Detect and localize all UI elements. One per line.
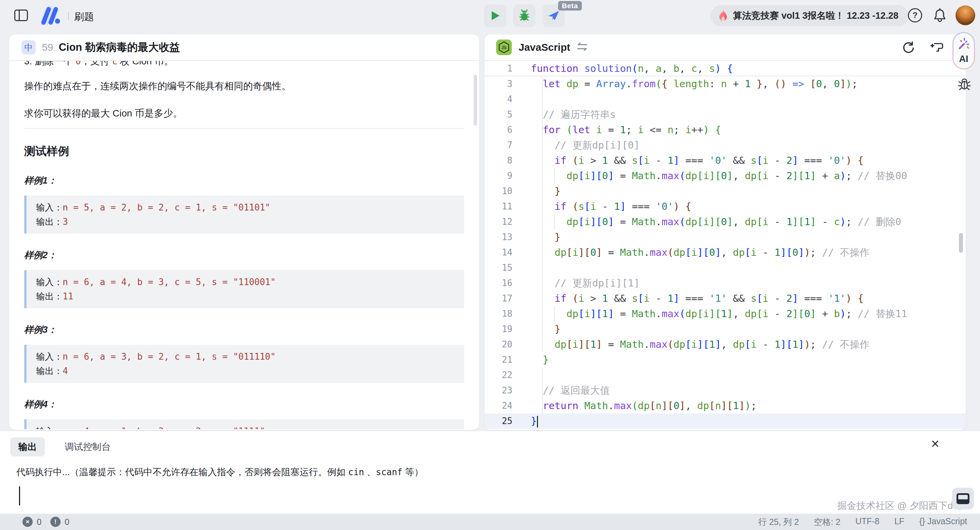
code-line[interactable]: 7 // 更新dp[i][0] bbox=[485, 137, 966, 153]
line-number[interactable]: 9 bbox=[485, 168, 522, 184]
line-number[interactable]: 14 bbox=[485, 245, 522, 260]
code-line[interactable]: 1function solution(n, a, b, c, s) { bbox=[485, 61, 966, 76]
code-line[interactable]: 16 // 更新dp[i][1] bbox=[485, 276, 966, 291]
code-text[interactable] bbox=[522, 367, 966, 383]
code-text[interactable]: } bbox=[522, 352, 966, 367]
code-text[interactable]: if (i > 1 && s[i - 1] === '0' && s[i - 2… bbox=[522, 153, 966, 168]
reset-code-button[interactable] bbox=[902, 40, 915, 54]
problems-summary[interactable]: × 0 ! 0 bbox=[22, 517, 74, 527]
virtual-keyboard-button[interactable] bbox=[952, 488, 974, 509]
tab-debug-console[interactable]: 调试控制台 bbox=[56, 437, 119, 457]
code-text[interactable]: } bbox=[522, 184, 966, 199]
app-logo[interactable] bbox=[40, 6, 62, 25]
code-line[interactable]: 24 return Math.max(dp[n][0], dp[n][1]); bbox=[485, 398, 966, 413]
line-number[interactable]: 1 bbox=[485, 61, 522, 76]
code-text[interactable]: dp[i][0] = Math.max(dp[i][0], dp[i - 2][… bbox=[522, 168, 966, 184]
code-text[interactable]: dp[i][0] = Math.max(dp[i][0], dp[i - 1][… bbox=[522, 245, 966, 260]
code-line[interactable]: 21 } bbox=[485, 352, 966, 367]
code-line[interactable]: 15 bbox=[485, 260, 966, 276]
code-line[interactable]: 3 let dp = Array.from({ length: n + 1 },… bbox=[485, 76, 966, 92]
code-line[interactable]: 20 dp[i][1] = Math.max(dp[i][1], dp[i - … bbox=[485, 337, 966, 352]
ai-assistant-button[interactable]: AI bbox=[953, 32, 975, 69]
code-text[interactable]: dp[i][1] = Math.max(dp[i][1], dp[i - 2][… bbox=[522, 306, 966, 322]
code-text[interactable]: } bbox=[522, 413, 966, 429]
line-number[interactable]: 6 bbox=[485, 122, 522, 137]
code-text[interactable]: // 更新dp[i][0] bbox=[522, 137, 966, 153]
code-line[interactable]: 14 dp[i][0] = Math.max(dp[i][0], dp[i - … bbox=[485, 245, 966, 260]
debug-rail-button[interactable] bbox=[957, 77, 972, 93]
code-line[interactable]: 19 } bbox=[485, 322, 966, 337]
code-text[interactable]: } bbox=[522, 230, 966, 245]
line-number[interactable]: 18 bbox=[485, 306, 522, 322]
language-mode[interactable]: {} JavaScript bbox=[920, 516, 967, 528]
problem-content[interactable]: 3. 删除一个 0，支付 c 枚 Cion 币。 操作的难点在于，连续两次操作的… bbox=[9, 61, 479, 429]
line-number[interactable]: 19 bbox=[485, 322, 522, 337]
line-number[interactable]: 23 bbox=[485, 383, 522, 398]
code-line[interactable]: 12 dp[i][0] = Math.max(dp[i][0], dp[i - … bbox=[485, 214, 966, 230]
line-number[interactable]: 12 bbox=[485, 214, 522, 230]
notifications-button[interactable] bbox=[933, 8, 947, 24]
cursor-position[interactable]: 行 25, 列 2 bbox=[758, 516, 799, 528]
submit-button[interactable]: Beta bbox=[542, 5, 565, 27]
line-number[interactable]: 17 bbox=[485, 291, 522, 306]
code-text[interactable]: let dp = Array.from({ length: n + 1 }, (… bbox=[522, 76, 966, 92]
run-button[interactable] bbox=[484, 5, 506, 27]
line-number[interactable]: 8 bbox=[485, 153, 522, 168]
code-line[interactable]: 4 bbox=[485, 92, 966, 107]
code-line[interactable]: 25} bbox=[485, 413, 966, 429]
line-number[interactable]: 10 bbox=[485, 184, 522, 199]
problem-scrollbar[interactable] bbox=[474, 75, 477, 126]
code-line[interactable]: 13 } bbox=[485, 230, 966, 245]
line-number[interactable]: 3 bbox=[485, 76, 522, 92]
code-text[interactable]: for (let i = 1; i <= n; i++) { bbox=[522, 122, 966, 137]
code-editor[interactable]: 1function solution(n, a, b, c, s) { 3 le… bbox=[485, 61, 966, 429]
code-line[interactable]: 6 for (let i = 1; i <= n; i++) { bbox=[485, 122, 966, 137]
code-line[interactable]: 9 dp[i][0] = Math.max(dp[i][0], dp[i - 2… bbox=[485, 168, 966, 184]
line-number[interactable]: 5 bbox=[485, 107, 522, 122]
code-text[interactable]: } bbox=[522, 322, 966, 337]
code-text[interactable] bbox=[522, 92, 966, 107]
line-number[interactable]: 7 bbox=[485, 137, 522, 153]
line-number[interactable]: 15 bbox=[485, 260, 522, 276]
line-number[interactable]: 20 bbox=[485, 337, 522, 352]
encoding-setting[interactable]: UTF-8 bbox=[856, 516, 880, 528]
line-number[interactable]: 24 bbox=[485, 398, 522, 413]
code-lines[interactable]: 3 let dp = Array.from({ length: n + 1 },… bbox=[485, 76, 966, 429]
line-number[interactable]: 13 bbox=[485, 230, 522, 245]
line-number[interactable]: 25 bbox=[485, 413, 522, 429]
eol-setting[interactable]: LF bbox=[894, 516, 904, 528]
line-number[interactable]: 22 bbox=[485, 367, 522, 383]
code-line[interactable]: 11 if (s[i - 1] === '0') { bbox=[485, 199, 966, 214]
line-number[interactable]: 16 bbox=[485, 276, 522, 291]
code-text[interactable]: dp[i][0] = Math.max(dp[i][0], dp[i - 1][… bbox=[522, 214, 966, 230]
code-text[interactable]: if (s[i - 1] === '0') { bbox=[522, 199, 966, 214]
code-line[interactable]: 18 dp[i][1] = Math.max(dp[i][1], dp[i - … bbox=[485, 306, 966, 322]
switch-language-icon[interactable] bbox=[576, 42, 588, 53]
code-line[interactable]: 5 // 遍历字符串s bbox=[485, 107, 966, 122]
code-text[interactable]: return Math.max(dp[n][0], dp[n][1]); bbox=[522, 398, 966, 413]
code-line[interactable]: 8 if (i > 1 && s[i - 1] === '0' && s[i -… bbox=[485, 153, 966, 168]
contest-banner[interactable]: 算法竞技赛 vol1 3报名啦！ 12.23 -12.28 bbox=[711, 5, 908, 26]
code-text[interactable]: dp[i][1] = Math.max(dp[i][1], dp[i - 1][… bbox=[522, 337, 966, 352]
code-text[interactable] bbox=[522, 260, 966, 276]
code-text[interactable]: // 返回最大值 bbox=[522, 383, 966, 398]
user-avatar[interactable] bbox=[956, 5, 975, 25]
close-icon[interactable]: × bbox=[931, 437, 940, 451]
code-line[interactable]: 10 } bbox=[485, 184, 966, 199]
line-number[interactable]: 11 bbox=[485, 199, 522, 214]
debug-button[interactable] bbox=[513, 5, 536, 27]
format-code-button[interactable] bbox=[930, 40, 945, 54]
help-button[interactable]: ? bbox=[908, 8, 922, 22]
code-text[interactable]: // 更新dp[i][1] bbox=[522, 276, 966, 291]
code-text[interactable]: if (i > 1 && s[i - 1] === '1' && s[i - 2… bbox=[522, 291, 966, 306]
sticky-line[interactable]: 1function solution(n, a, b, c, s) { bbox=[485, 61, 966, 76]
code-line[interactable]: 17 if (i > 1 && s[i - 1] === '1' && s[i … bbox=[485, 291, 966, 306]
code-line[interactable]: 23 // 返回最大值 bbox=[485, 383, 966, 398]
sidebar-toggle-icon[interactable] bbox=[14, 10, 28, 21]
code-text[interactable]: // 遍历字符串s bbox=[522, 107, 966, 122]
code-line[interactable]: 22 bbox=[485, 367, 966, 383]
line-number[interactable]: 21 bbox=[485, 352, 522, 367]
line-number[interactable]: 4 bbox=[485, 92, 522, 107]
code-text[interactable]: function solution(n, a, b, c, s) { bbox=[522, 61, 966, 76]
tab-output[interactable]: 输出 bbox=[10, 437, 45, 457]
